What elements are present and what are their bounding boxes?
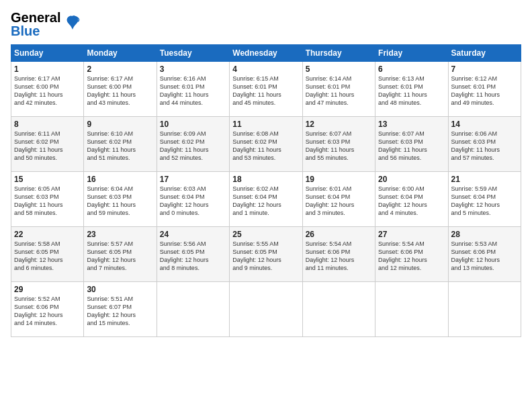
calendar-cell: 10Sunrise: 6:09 AM Sunset: 6:02 PM Dayli… (157, 117, 229, 172)
calendar-cell: 15Sunrise: 6:05 AM Sunset: 6:03 PM Dayli… (11, 172, 84, 227)
day-number: 19 (306, 175, 372, 184)
day-info: Sunrise: 6:02 AM Sunset: 6:04 PM Dayligh… (232, 185, 299, 218)
day-number: 27 (378, 230, 445, 239)
calendar-cell: 11Sunrise: 6:08 AM Sunset: 6:02 PM Dayli… (230, 117, 302, 172)
day-number: 12 (306, 120, 372, 129)
day-number: 9 (87, 120, 153, 129)
day-info: Sunrise: 5:59 AM Sunset: 6:04 PM Dayligh… (451, 185, 518, 218)
calendar-cell: 22Sunrise: 5:58 AM Sunset: 6:05 PM Dayli… (11, 227, 84, 282)
calendar-cell: 26Sunrise: 5:54 AM Sunset: 6:06 PM Dayli… (302, 227, 375, 282)
day-info: Sunrise: 6:12 AM Sunset: 6:01 PM Dayligh… (451, 75, 518, 107)
day-number: 24 (160, 230, 226, 239)
day-number: 14 (451, 120, 518, 129)
day-info: Sunrise: 5:52 AM Sunset: 6:06 PM Dayligh… (14, 295, 81, 328)
day-number: 16 (87, 175, 153, 184)
day-info: Sunrise: 6:15 AM Sunset: 6:01 PM Dayligh… (232, 75, 299, 107)
day-info: Sunrise: 6:07 AM Sunset: 6:03 PM Dayligh… (306, 130, 372, 163)
day-info: Sunrise: 6:08 AM Sunset: 6:02 PM Dayligh… (232, 130, 299, 163)
calendar-table: SundayMondayTuesdayWednesdayThursdayFrid… (11, 44, 521, 337)
weekday-thursday: Thursday (302, 45, 375, 62)
calendar-cell: 7Sunrise: 6:12 AM Sunset: 6:01 PM Daylig… (448, 62, 521, 117)
day-number: 28 (451, 230, 518, 239)
day-number: 11 (232, 120, 299, 129)
day-number: 25 (232, 230, 299, 239)
day-info: Sunrise: 6:17 AM Sunset: 6:00 PM Dayligh… (14, 75, 81, 107)
day-info: Sunrise: 6:10 AM Sunset: 6:02 PM Dayligh… (87, 130, 153, 163)
calendar-cell: 8Sunrise: 6:11 AM Sunset: 6:02 PM Daylig… (11, 117, 84, 172)
calendar-cell: 28Sunrise: 5:53 AM Sunset: 6:06 PM Dayli… (448, 227, 521, 282)
day-number: 30 (87, 285, 153, 294)
calendar-cell: 20Sunrise: 6:00 AM Sunset: 6:04 PM Dayli… (375, 172, 448, 227)
day-info: Sunrise: 6:06 AM Sunset: 6:03 PM Dayligh… (451, 130, 518, 163)
day-info: Sunrise: 6:03 AM Sunset: 6:04 PM Dayligh… (160, 185, 226, 218)
logo-general: General (11, 11, 60, 24)
weekday-sunday: Sunday (11, 45, 84, 62)
day-info: Sunrise: 6:00 AM Sunset: 6:04 PM Dayligh… (378, 185, 445, 218)
day-info: Sunrise: 6:17 AM Sunset: 6:00 PM Dayligh… (87, 75, 153, 107)
calendar-cell: 2Sunrise: 6:17 AM Sunset: 6:00 PM Daylig… (84, 62, 157, 117)
day-info: Sunrise: 5:54 AM Sunset: 6:06 PM Dayligh… (306, 240, 372, 273)
day-number: 7 (451, 64, 518, 74)
day-number: 4 (232, 64, 299, 74)
day-number: 29 (14, 285, 81, 294)
weekday-monday: Monday (84, 45, 157, 62)
day-info: Sunrise: 5:55 AM Sunset: 6:05 PM Dayligh… (232, 240, 299, 273)
day-info: Sunrise: 6:04 AM Sunset: 6:03 PM Dayligh… (87, 185, 153, 218)
calendar-cell: 19Sunrise: 6:01 AM Sunset: 6:04 PM Dayli… (302, 172, 375, 227)
day-info: Sunrise: 5:54 AM Sunset: 6:06 PM Dayligh… (378, 240, 445, 273)
calendar-cell: 18Sunrise: 6:02 AM Sunset: 6:04 PM Dayli… (230, 172, 302, 227)
calendar-cell (157, 282, 229, 337)
calendar-cell: 21Sunrise: 5:59 AM Sunset: 6:04 PM Dayli… (448, 172, 521, 227)
calendar-cell: 4Sunrise: 6:15 AM Sunset: 6:01 PM Daylig… (230, 62, 302, 117)
calendar-cell: 9Sunrise: 6:10 AM Sunset: 6:02 PM Daylig… (84, 117, 157, 172)
calendar-week-4: 22Sunrise: 5:58 AM Sunset: 6:05 PM Dayli… (11, 227, 521, 282)
calendar-cell (448, 282, 521, 337)
weekday-friday: Friday (375, 45, 448, 62)
calendar-week-2: 8Sunrise: 6:11 AM Sunset: 6:02 PM Daylig… (11, 117, 521, 172)
day-number: 5 (306, 64, 372, 74)
calendar-cell (375, 282, 448, 337)
day-info: Sunrise: 6:01 AM Sunset: 6:04 PM Dayligh… (306, 185, 372, 218)
day-info: Sunrise: 6:05 AM Sunset: 6:03 PM Dayligh… (14, 185, 81, 218)
calendar-cell: 17Sunrise: 6:03 AM Sunset: 6:04 PM Dayli… (157, 172, 229, 227)
calendar-cell: 13Sunrise: 6:07 AM Sunset: 6:03 PM Dayli… (375, 117, 448, 172)
calendar-week-1: 1Sunrise: 6:17 AM Sunset: 6:00 PM Daylig… (11, 62, 521, 117)
calendar-cell: 14Sunrise: 6:06 AM Sunset: 6:03 PM Dayli… (448, 117, 521, 172)
day-number: 2 (87, 64, 153, 74)
weekday-wednesday: Wednesday (230, 45, 302, 62)
day-number: 8 (14, 120, 81, 129)
calendar-cell: 25Sunrise: 5:55 AM Sunset: 6:05 PM Dayli… (230, 227, 302, 282)
calendar-cell: 30Sunrise: 5:51 AM Sunset: 6:07 PM Dayli… (84, 282, 157, 337)
day-number: 1 (14, 64, 81, 74)
calendar-cell: 23Sunrise: 5:57 AM Sunset: 6:05 PM Dayli… (84, 227, 157, 282)
day-info: Sunrise: 6:14 AM Sunset: 6:01 PM Dayligh… (306, 75, 372, 107)
weekday-header-row: SundayMondayTuesdayWednesdayThursdayFrid… (11, 45, 521, 62)
day-info: Sunrise: 5:58 AM Sunset: 6:05 PM Dayligh… (14, 240, 81, 273)
calendar-cell (302, 282, 375, 337)
day-number: 3 (160, 64, 226, 74)
day-info: Sunrise: 5:57 AM Sunset: 6:05 PM Dayligh… (87, 240, 153, 273)
day-info: Sunrise: 6:11 AM Sunset: 6:02 PM Dayligh… (14, 130, 81, 163)
day-info: Sunrise: 5:53 AM Sunset: 6:06 PM Dayligh… (451, 240, 518, 273)
calendar-cell: 12Sunrise: 6:07 AM Sunset: 6:03 PM Dayli… (302, 117, 375, 172)
day-number: 17 (160, 175, 226, 184)
header: General Blue (11, 11, 521, 38)
calendar-cell: 29Sunrise: 5:52 AM Sunset: 6:06 PM Dayli… (11, 282, 84, 337)
logo-blue: Blue (11, 24, 60, 38)
day-info: Sunrise: 6:09 AM Sunset: 6:02 PM Dayligh… (160, 130, 226, 163)
calendar-body: 1Sunrise: 6:17 AM Sunset: 6:00 PM Daylig… (11, 62, 521, 337)
day-info: Sunrise: 6:16 AM Sunset: 6:01 PM Dayligh… (160, 75, 226, 107)
day-number: 26 (306, 230, 372, 239)
day-number: 21 (451, 175, 518, 184)
logo-bird-icon (63, 13, 82, 35)
logo: General Blue (11, 11, 82, 38)
calendar-cell: 27Sunrise: 5:54 AM Sunset: 6:06 PM Dayli… (375, 227, 448, 282)
day-number: 15 (14, 175, 81, 184)
calendar-cell: 6Sunrise: 6:13 AM Sunset: 6:01 PM Daylig… (375, 62, 448, 117)
day-number: 20 (378, 175, 445, 184)
day-number: 13 (378, 120, 445, 129)
day-info: Sunrise: 5:56 AM Sunset: 6:05 PM Dayligh… (160, 240, 226, 273)
calendar-cell: 16Sunrise: 6:04 AM Sunset: 6:03 PM Dayli… (84, 172, 157, 227)
calendar-cell: 24Sunrise: 5:56 AM Sunset: 6:05 PM Dayli… (157, 227, 229, 282)
day-info: Sunrise: 5:51 AM Sunset: 6:07 PM Dayligh… (87, 295, 153, 328)
